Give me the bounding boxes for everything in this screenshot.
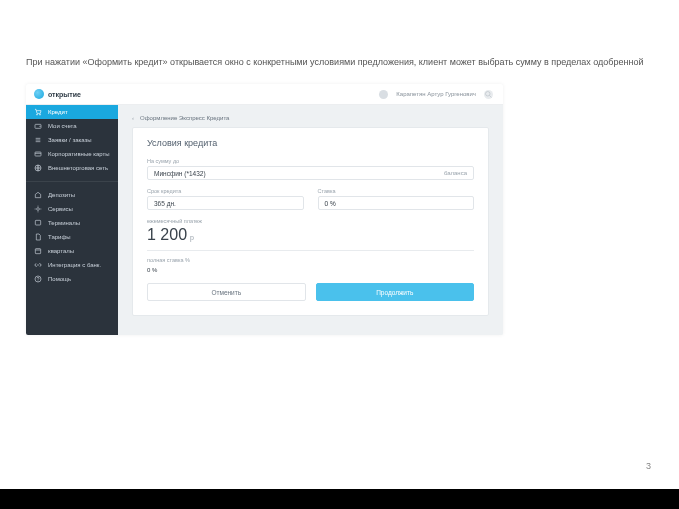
- svg-rect-8: [35, 152, 41, 156]
- sidebar-item-label: Сервисы: [48, 206, 73, 212]
- content: ‹ Оформление Экспресс Кредита Условия кр…: [118, 105, 503, 335]
- sidebar-item-label: Интеграция с банк.: [48, 262, 101, 268]
- overpay-value: 0 %: [147, 265, 474, 275]
- field-value: 0 %: [325, 200, 336, 207]
- overpay-label: полная ставка %: [147, 257, 474, 263]
- form-panel: Условия кредита На сумму до Минсфин (*14…: [132, 127, 489, 316]
- field-label-amount-upto: На сумму до: [147, 158, 474, 164]
- svg-point-2: [37, 114, 38, 115]
- svg-rect-12: [35, 220, 40, 225]
- doc-icon: [34, 233, 42, 241]
- sidebar-item-deposits[interactable]: Депозиты: [26, 188, 118, 202]
- monthly-amount: 1 200 р: [147, 226, 474, 251]
- slide-caption: При нажатии «Оформить кредит» открываетс…: [26, 56, 653, 69]
- field-value: Минсфин (*1432): [154, 170, 206, 177]
- account-select[interactable]: Минсфин (*1432) баланса: [147, 166, 474, 180]
- card-icon: [34, 150, 42, 158]
- balance-hint: баланса: [444, 170, 467, 176]
- cancel-button[interactable]: Отменить: [147, 283, 306, 301]
- sidebar-item-label: Мои счета: [48, 123, 77, 129]
- svg-point-11: [37, 208, 40, 211]
- calendar-icon: [34, 247, 42, 255]
- svg-point-3: [40, 114, 41, 115]
- sidebar-item-orders[interactable]: Заявки / заказы: [26, 133, 118, 147]
- sidebar-item-label: Терминалы: [48, 220, 80, 226]
- sidebar-item-label: Внешнеторговая сеть: [48, 165, 108, 171]
- sidebar-item-label: Заявки / заказы: [48, 137, 92, 143]
- field-label-rate: Ставка: [318, 188, 475, 194]
- amount-value: 1 200: [147, 226, 187, 244]
- sidebar-item-label: Помощь: [48, 276, 71, 282]
- sidebar-item-integration[interactable]: Интеграция с банк.: [26, 258, 118, 272]
- sidebar-item-label: Кредит: [48, 109, 68, 115]
- sidebar-item-services[interactable]: Сервисы: [26, 202, 118, 216]
- svg-rect-13: [35, 249, 40, 254]
- sidebar-item-label: кварталы: [48, 248, 74, 254]
- brand-logo-icon: [34, 89, 44, 99]
- submit-button[interactable]: Продолжить: [316, 283, 475, 301]
- amount-label: ежемесячный платеж: [147, 218, 474, 224]
- topbar: открытие Карапетян Артур Гургенович: [26, 84, 503, 105]
- brand: открытие: [26, 89, 81, 99]
- term-input[interactable]: 365 дн.: [147, 196, 304, 210]
- brand-name: открытие: [48, 91, 81, 98]
- sidebar-item-quarters[interactable]: кварталы: [26, 244, 118, 258]
- wallet-icon: [34, 122, 42, 130]
- app-window: открытие Карапетян Артур Гургенович Кред…: [26, 84, 503, 335]
- sidebar-item-label: Корпоративные карты: [48, 151, 110, 157]
- field-label-term: Срок кредита: [147, 188, 304, 194]
- field-value: 365 дн.: [154, 200, 176, 207]
- amount-currency: р: [190, 234, 194, 241]
- help-icon: [34, 275, 42, 283]
- link-icon: [34, 261, 42, 269]
- avatar[interactable]: [379, 90, 388, 99]
- form-title: Условия кредита: [147, 138, 474, 148]
- globe-icon: [34, 164, 42, 172]
- sidebar-item-credit[interactable]: Кредит: [26, 105, 118, 119]
- page-number: 3: [646, 461, 651, 471]
- sidebar: Кредит Мои счета Заявки / заказы Корпора…: [26, 105, 118, 335]
- footer-bar: [0, 489, 679, 509]
- user-name: Карапетян Артур Гургенович: [396, 91, 476, 97]
- sidebar-item-terminals[interactable]: Терминалы: [26, 216, 118, 230]
- sidebar-item-trade[interactable]: Внешнеторговая сеть: [26, 161, 118, 175]
- terminal-icon: [34, 219, 42, 227]
- chevron-left-icon[interactable]: ‹: [132, 115, 134, 121]
- cart-icon: [34, 108, 42, 116]
- sidebar-item-tariffs[interactable]: Тарифы: [26, 230, 118, 244]
- sidebar-item-corpcards[interactable]: Корпоративные карты: [26, 147, 118, 161]
- sidebar-item-accounts[interactable]: Мои счета: [26, 119, 118, 133]
- deposit-icon: [34, 191, 42, 199]
- breadcrumb: ‹ Оформление Экспресс Кредита: [118, 105, 503, 127]
- svg-line-1: [490, 95, 492, 97]
- sidebar-item-label: Депозиты: [48, 192, 75, 198]
- search-icon[interactable]: [484, 90, 493, 99]
- rate-input[interactable]: 0 %: [318, 196, 475, 210]
- svg-point-0: [486, 91, 491, 96]
- sidebar-item-help[interactable]: Помощь: [26, 272, 118, 286]
- list-icon: [34, 136, 42, 144]
- sidebar-item-label: Тарифы: [48, 234, 71, 240]
- services-icon: [34, 205, 42, 213]
- breadcrumb-title: Оформление Экспресс Кредита: [140, 115, 229, 121]
